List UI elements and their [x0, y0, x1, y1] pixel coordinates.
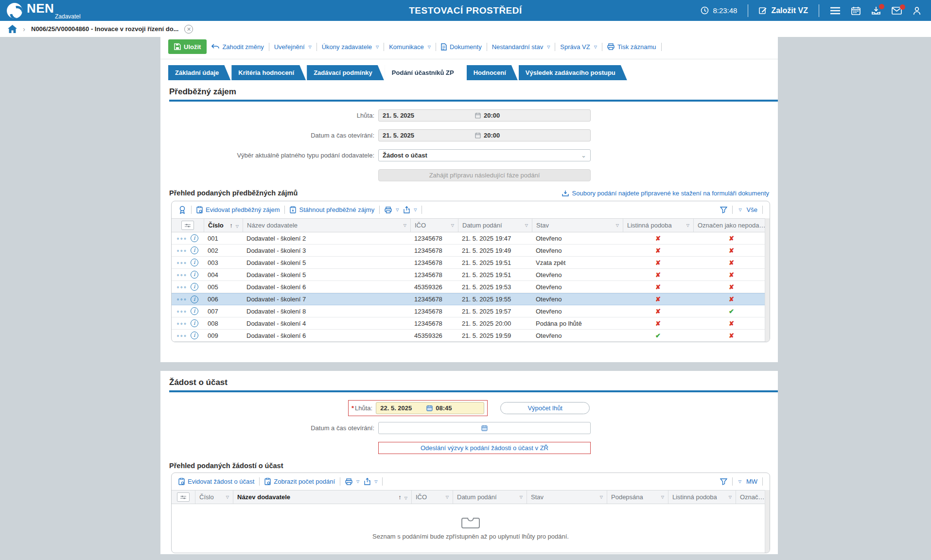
- filter-caret-icon[interactable]: ▽: [404, 496, 407, 500]
- info-icon[interactable]: i: [191, 271, 198, 279]
- table-row[interactable]: ∘∘∘i 003 Dodavatel - školení 5 12345678 …: [172, 257, 770, 269]
- submission-type-select[interactable]: Žádost o účast ⌄: [378, 149, 591, 161]
- filter-caret-icon[interactable]: ▽: [520, 495, 523, 499]
- table-row[interactable]: ∘∘∘i 008 Dodavatel - školení 4 12345678 …: [172, 317, 770, 330]
- register-interest-button[interactable]: Evidovat předběžný zájem: [196, 206, 280, 213]
- print-table-button[interactable]: ▽: [385, 207, 399, 213]
- filter-caret-icon[interactable]: ▽: [661, 495, 664, 499]
- table-row[interactable]: ∘∘∘i 004 Dodavatel - školení 5 12345678 …: [172, 269, 770, 281]
- calendar-small-icon[interactable]: [481, 425, 488, 431]
- row-menu-icon[interactable]: ∘∘∘: [176, 248, 187, 253]
- column-header-nazev[interactable]: Název dodavatele▽: [243, 219, 410, 232]
- column-header-stav[interactable]: Stav▽: [532, 219, 623, 232]
- award-icon[interactable]: [178, 206, 186, 214]
- filter-caret-icon[interactable]: ▽: [729, 495, 732, 499]
- filter-icon[interactable]: [720, 207, 727, 213]
- tab-zadavaci-podminky[interactable]: Zadávací podmínky: [307, 65, 384, 80]
- column-header-listinna[interactable]: Listinná podoba▽: [623, 219, 693, 232]
- menu-button[interactable]: [830, 7, 841, 15]
- info-icon[interactable]: i: [191, 296, 198, 303]
- row-menu-icon[interactable]: ∘∘∘: [176, 333, 187, 338]
- calendar-button[interactable]: [851, 6, 861, 15]
- tab-vysledek[interactable]: Výsledek zadávacího postupu: [519, 65, 627, 80]
- send-invitation-button[interactable]: Odeslání výzvy k podání žádosti o účast …: [378, 442, 591, 454]
- create-vz-button[interactable]: Založit VZ: [759, 6, 808, 15]
- row-menu-icon[interactable]: ∘∘∘: [176, 309, 187, 314]
- tab-podani-ucastniku[interactable]: Podání účastníků ZP: [385, 65, 466, 80]
- column-header-podepsana[interactable]: Podepsána▽: [607, 490, 668, 504]
- publish-menu-button[interactable]: Uveřejnění▽: [274, 43, 312, 51]
- filter-caret-icon[interactable]: ▽: [600, 495, 603, 499]
- info-icon[interactable]: i: [191, 259, 198, 266]
- show-submission-count-button[interactable]: Zobrazit počet podání: [264, 478, 335, 485]
- calculate-deadlines-button[interactable]: Výpočet lhůt: [500, 402, 590, 414]
- table-row[interactable]: ∘∘∘i 005 Dodavatel - školení 6 45359326 …: [172, 281, 770, 293]
- row-menu-icon[interactable]: ∘∘∘: [176, 272, 187, 278]
- view-caret-icon[interactable]: ▽: [738, 208, 741, 212]
- print-record-button[interactable]: Tisk záznamu: [607, 43, 656, 51]
- request-deadline-input[interactable]: 22. 5. 2025 08:45: [376, 402, 484, 414]
- filter-caret-icon[interactable]: ▽: [446, 495, 449, 499]
- column-header-listinna[interactable]: Listinná podoba▽: [668, 490, 736, 504]
- column-header-cislo[interactable]: Číslo↑▽: [204, 219, 243, 232]
- filter-caret-icon[interactable]: ▽: [616, 223, 619, 228]
- column-header-stav[interactable]: Stav▽: [527, 490, 607, 504]
- row-menu-icon[interactable]: ∘∘∘: [176, 284, 187, 290]
- table-row[interactable]: ∘∘∘i 001 Dodavatel - školení 2 12345678 …: [172, 232, 770, 245]
- close-tab-icon[interactable]: ✕: [184, 25, 193, 34]
- tab-hodnoceni[interactable]: Hodnocení: [467, 65, 518, 80]
- filter-caret-icon[interactable]: ▽: [226, 495, 229, 499]
- communication-menu-button[interactable]: Komunikace▽: [389, 43, 431, 51]
- filter-caret-icon[interactable]: ▽: [686, 223, 689, 228]
- table-scrollbar[interactable]: [765, 490, 770, 553]
- column-header-ico[interactable]: IČO▽: [411, 490, 453, 504]
- table-row[interactable]: ∘∘∘i 007 Dodavatel - školení 8 12345678 …: [172, 305, 770, 317]
- breadcrumb-item[interactable]: N006/25/V00004860 - Inovace v rozvoji ří…: [31, 25, 178, 33]
- request-opening-input[interactable]: [378, 422, 591, 434]
- export-table-button[interactable]: ▽: [404, 206, 417, 213]
- tab-kriteria-hodnoceni[interactable]: Kritéria hodnocení: [231, 65, 306, 80]
- column-header-nazev[interactable]: Název dodavatele↑▽: [233, 490, 411, 504]
- nen-logo[interactable]: NEN Zadavatel: [7, 2, 81, 19]
- row-menu-icon[interactable]: ∘∘∘: [176, 236, 187, 241]
- info-icon[interactable]: i: [191, 332, 198, 339]
- documents-button[interactable]: Dokumenty: [441, 43, 482, 51]
- column-header-cislo[interactable]: Číslo▽: [195, 490, 233, 504]
- discard-changes-button[interactable]: Zahodit změny: [211, 43, 263, 51]
- table-row-selected[interactable]: ∘∘∘i 006 Dodavatel - školení 7 12345678 …: [172, 293, 770, 305]
- inbox-button[interactable]: [871, 6, 881, 15]
- filter-caret-icon[interactable]: ▽: [236, 224, 239, 228]
- view-selector[interactable]: Vše: [747, 206, 757, 213]
- home-icon[interactable]: [8, 25, 17, 33]
- column-header-datum[interactable]: Datum podání▽: [458, 219, 532, 232]
- print-table-button[interactable]: ▽: [345, 478, 359, 485]
- submission-files-link[interactable]: Soubory podání najdete připravené ke sta…: [562, 190, 769, 197]
- download-interests-button[interactable]: Stáhnout předběžné zájmy: [290, 206, 374, 213]
- info-icon[interactable]: i: [191, 307, 198, 315]
- save-button[interactable]: Uložit: [168, 39, 207, 54]
- view-selector[interactable]: MW: [746, 478, 757, 485]
- info-icon[interactable]: i: [191, 246, 198, 254]
- column-header-nepodany[interactable]: Označen jako nepodaný: [693, 219, 770, 232]
- tab-zakladni-udaje[interactable]: Základní údaje: [168, 65, 230, 80]
- next-phase-button[interactable]: Zahájit přípravu následující fáze podání: [378, 169, 591, 181]
- calendar-small-icon[interactable]: [426, 405, 433, 411]
- filter-icon[interactable]: [720, 478, 727, 485]
- row-menu-icon[interactable]: ∘∘∘: [176, 260, 187, 265]
- row-menu-icon[interactable]: ∘∘∘: [176, 321, 187, 326]
- export-table-button[interactable]: ▽: [364, 478, 377, 485]
- row-menu-icon[interactable]: ∘∘∘: [176, 297, 187, 302]
- filter-caret-icon[interactable]: ▽: [451, 223, 454, 228]
- column-header-datum[interactable]: Datum podání▽: [453, 490, 527, 504]
- nonstandard-state-menu-button[interactable]: Nestandardní stav▽: [492, 43, 550, 51]
- info-icon[interactable]: i: [191, 283, 198, 291]
- table-scrollbar[interactable]: [765, 218, 770, 342]
- filter-caret-icon[interactable]: ▽: [525, 223, 528, 228]
- info-icon[interactable]: i: [191, 234, 198, 242]
- contracting-actions-menu-button[interactable]: Úkony zadavatele▽: [322, 43, 379, 51]
- info-icon[interactable]: i: [191, 319, 198, 327]
- table-row[interactable]: ∘∘∘i 002 Dodavatel - školení 3 12345678 …: [172, 245, 770, 257]
- vz-admin-menu-button[interactable]: Správa VZ▽: [560, 43, 597, 51]
- register-request-button[interactable]: Evidovat žádost o účast: [178, 478, 254, 485]
- column-header-ico[interactable]: IČO▽: [410, 219, 458, 232]
